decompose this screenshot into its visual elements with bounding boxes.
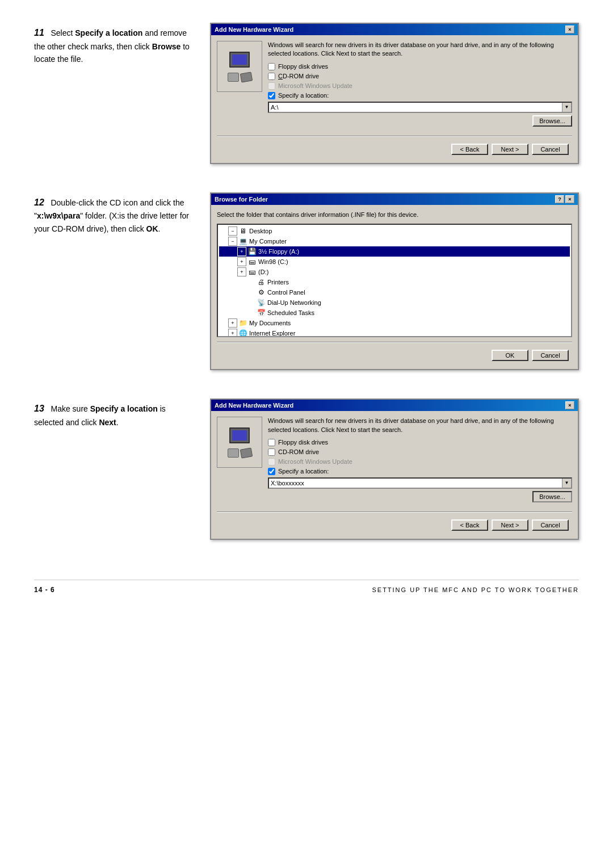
dialog2-tree[interactable]: − 🖥 Desktop − 💻 My Computer + [217,224,572,337]
page-content: 11 Select Specify a location and remove … [34,23,579,594]
step-11-row: 11 Select Specify a location and remove … [34,23,579,164]
tree-label-controlpanel: Control Panel [267,289,305,296]
tree-label-dialup: Dial-Up Networking [267,299,321,306]
footer-page-number: 14 - 6 [34,586,55,594]
floppy-icon: 💾 [247,247,257,256]
dialog1-cb1-label: Floppy disk drives [278,63,328,70]
dialog1-cb4[interactable] [268,92,275,99]
dialog1-cb1[interactable] [268,63,275,70]
tree-item-dialup[interactable]: 📡 Dial-Up Networking [219,297,570,308]
tree-expander-ie[interactable]: + [228,329,237,337]
dialog1-location-input[interactable]: ▼ [268,102,572,113]
dialog3-cb4-label: Specify a location: [278,468,329,475]
dialog1-cb1-row: Floppy disk drives [268,63,572,70]
dialog3-desc: Windows will search for new drivers in i… [268,417,572,434]
dialog1-next-btn[interactable]: Next > [492,144,528,155]
dialog3-wizard-right: Windows will search for new drivers in i… [268,417,572,507]
dialog3-titlebar-buttons: × [565,401,574,409]
dialog1-close-btn[interactable]: × [565,26,574,33]
dialog1-cb3 [268,82,275,90]
dialog1-dropdown-arrow[interactable]: ▼ [562,103,571,112]
step-13-text: 13 Make sure Specify a location is selec… [34,399,193,429]
tree-item-ie[interactable]: + 🌐 Internet Explorer [219,328,570,337]
tree-item-desktop[interactable]: − 🖥 Desktop [219,226,570,236]
tree-label-ie: Internet Explorer [249,330,295,337]
dialog3-cb2[interactable] [268,448,275,456]
tree-label-printers: Printers [267,279,289,286]
tree-expander-c[interactable]: + [237,257,246,266]
tree-expander-floppy[interactable]: + [237,247,246,256]
page-footer: 14 - 6 SETTING UP THE MFC AND PC TO WORK… [34,580,579,594]
dialog3-title: Add New Hardware Wizard [215,402,293,409]
dialog3-close-btn[interactable]: × [565,401,574,409]
tree-item-mydocs[interactable]: + 📁 My Documents [219,318,570,328]
desktop-icon: 🖥 [238,227,247,236]
ie-icon: 🌐 [238,329,247,337]
tree-expander-desktop[interactable]: − [228,227,237,236]
dialog3-cb3-label: Microsoft Windows Update [278,458,352,465]
dialog3-wizard-image [217,417,262,468]
tree-item-c[interactable]: + 🖴 Win98 (C:) [219,257,570,267]
dialog3-cb1-row: Floppy disk drives [268,439,572,446]
controlpanel-icon: ⚙ [257,288,266,297]
mycomputer-icon: 💻 [238,237,247,246]
dialog1-cancel-btn[interactable]: Cancel [532,144,569,155]
dialog1-cb2[interactable] [268,73,275,80]
tree-label-d: (D:) [258,269,268,275]
step-13-row: 13 Make sure Specify a location is selec… [34,399,579,540]
dialog3-container: Add New Hardware Wizard × [210,399,579,540]
dialog2-cancel-btn[interactable]: Cancel [532,350,569,361]
dialog3-location-field[interactable] [269,479,562,488]
dialog2-ok-btn[interactable]: OK [492,350,528,361]
dialog3-next-btn[interactable]: Next > [492,519,528,531]
tree-item-floppy[interactable]: + 💾 3½ Floppy (A:) [219,246,570,257]
dialog1-cb3-row: Microsoft Windows Update [268,82,572,90]
tree-item-mycomputer[interactable]: − 💻 My Computer [219,236,570,246]
printers-icon: 🖨 [257,278,266,287]
dialog3-back-btn[interactable]: < Back [451,519,488,531]
dialog1: Add New Hardware Wizard × [210,23,579,164]
tree-label-mycomputer: My Computer [249,238,287,245]
dialog1-desc: Windows will search for new drivers in i… [268,41,572,58]
drive-d-icon: 🖴 [247,267,257,276]
dialog1-cb4-row: Specify a location: [268,92,572,99]
dialog3-cb3 [268,458,275,466]
tree-expander-d[interactable]: + [237,267,246,276]
dialog3: Add New Hardware Wizard × [210,399,579,540]
dialog3-browse-btn[interactable]: Browse... [532,491,572,502]
dialup-icon: 📡 [257,298,266,307]
tree-label-desktop: Desktop [249,228,272,234]
dialog1-wizard-right: Windows will search for new drivers in i… [268,41,572,131]
dialog2-help-btn[interactable]: ? [555,195,564,203]
dialog2-close-btn[interactable]: × [565,195,574,203]
dialog1-back-btn[interactable]: < Back [451,144,488,155]
dialog2-separator [217,342,572,343]
tree-expander-mydocs[interactable]: + [228,318,237,328]
dialog3-cb3-row: Microsoft Windows Update [268,458,572,466]
dialog3-cb4[interactable] [268,468,275,475]
dialog2-desc: Select the folder that contains driver i… [217,211,572,219]
step-12-text: 12 Double-click the CD icon and click th… [34,192,193,235]
dialog2-container: Browse for Folder ? × Select the folder … [210,192,579,370]
drive-c-icon: 🖴 [247,257,257,266]
dialog3-cancel-btn[interactable]: Cancel [532,519,569,531]
dialog3-browse-row: Browse... [268,491,572,502]
dialog3-dropdown-arrow[interactable]: ▼ [562,479,571,488]
dialog1-location-field[interactable] [269,103,562,112]
dialog3-titlebar: Add New Hardware Wizard × [211,400,578,411]
dialog2-titlebar: Browse for Folder ? × [211,194,578,205]
dialog1-cb3-label: Microsoft Windows Update [278,82,352,89]
step-13-number: 13 [34,404,44,413]
dialog1-browse-btn[interactable]: Browse... [532,115,572,127]
tree-item-printers[interactable]: 🖨 Printers [219,277,570,287]
dialog3-cb1[interactable] [268,439,275,446]
dialog1-buttons: < Back Next > Cancel [217,141,572,157]
dialog3-location-input[interactable]: ▼ [268,477,572,489]
dialog1-title: Add New Hardware Wizard [215,26,293,33]
dialog1-cb2-row: CD-ROM drive [268,73,572,80]
tree-item-controlpanel[interactable]: ⚙ Control Panel [219,287,570,297]
tree-item-tasks[interactable]: 📅 Scheduled Tasks [219,308,570,318]
tree-item-d[interactable]: + 🖴 (D:) [219,267,570,277]
dialog1-cb2-label: CD-ROM drive [278,73,319,79]
tree-expander-mycomputer[interactable]: − [228,237,237,246]
